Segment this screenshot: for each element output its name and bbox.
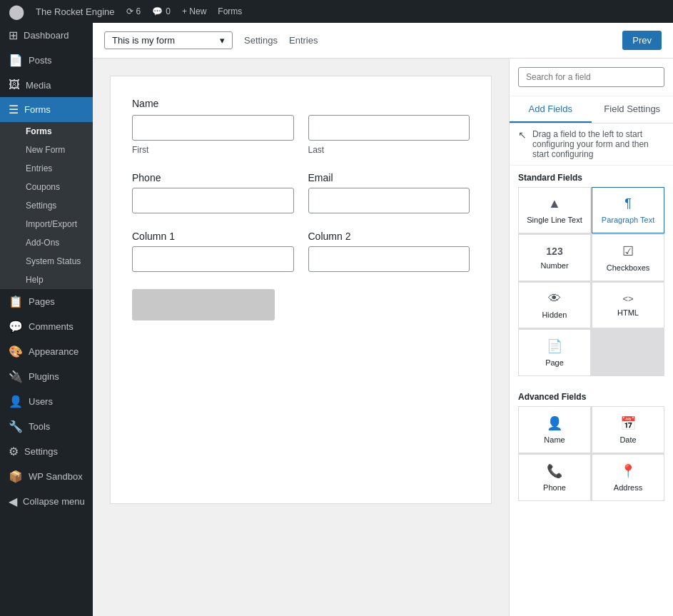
chevron-down-icon: ▾ <box>220 35 225 46</box>
field-tile-name[interactable]: 👤 Name <box>518 406 591 453</box>
field-tile-html[interactable]: <> HTML <box>592 282 664 328</box>
col1-input[interactable] <box>132 246 294 272</box>
col1-label: Column 1 <box>132 231 294 242</box>
field-tile-address[interactable]: 📍 Address <box>592 454 664 501</box>
first-name-field: First <box>132 115 294 155</box>
media-icon: 🖼 <box>9 79 20 91</box>
drag-hint-text: Drag a field to the left to start config… <box>532 129 664 159</box>
field-tile-label: Hidden <box>542 310 567 319</box>
forms-link[interactable]: Forms <box>218 6 242 16</box>
sidebar-item-label: Dashboard <box>24 30 69 41</box>
sidebar-item-forms[interactable]: ☰ Forms <box>0 97 93 122</box>
first-name-input[interactable] <box>132 115 294 141</box>
field-tile-label: Paragraph Text <box>602 216 654 224</box>
submenu-coupons[interactable]: Coupons <box>17 178 93 196</box>
tools-icon: 🔧 <box>9 420 23 433</box>
comments-icon: 💬 <box>152 6 163 16</box>
last-name-field: Last <box>308 115 470 155</box>
tab-field-settings[interactable]: Field Settings <box>592 96 674 123</box>
preview-button[interactable]: Prev <box>622 31 662 50</box>
field-tile-phone[interactable]: 📞 Phone <box>518 454 591 501</box>
sidebar-item-comments[interactable]: 💬 Comments <box>0 314 93 339</box>
col2-input[interactable] <box>308 246 470 272</box>
submenu-help[interactable]: Help <box>17 271 93 289</box>
name-section-label: Name <box>132 98 470 109</box>
wp-logo[interactable]: ⬤ <box>9 3 24 20</box>
tab-add-fields[interactable]: Add Fields <box>510 96 592 123</box>
dashboard-icon: ⊞ <box>9 29 18 42</box>
page-icon: 📄 <box>547 338 562 354</box>
submenu-system-status[interactable]: System Status <box>17 252 93 271</box>
sidebar-item-settings[interactable]: ⚙ Settings <box>0 439 93 464</box>
submit-button[interactable] <box>132 289 275 320</box>
sidebar-item-users[interactable]: 👤 Users <box>0 389 93 414</box>
field-tile-date[interactable]: 📅 Date <box>592 406 664 453</box>
form-selector[interactable]: This is my form ▾ <box>104 31 233 49</box>
entries-tab[interactable]: Entries <box>289 32 318 49</box>
submenu-import-export[interactable]: Import/Export <box>17 215 93 233</box>
new-button[interactable]: + New <box>182 6 206 16</box>
sidebar-item-collapse[interactable]: ◀ Collapse menu <box>0 489 93 514</box>
single-line-icon: ▲ <box>548 196 561 211</box>
submenu-forms[interactable]: Forms <box>17 122 93 141</box>
col2-label: Column 2 <box>308 231 470 242</box>
site-name[interactable]: The Rocket Engine <box>36 6 115 17</box>
address-icon: 📍 <box>620 463 636 479</box>
sidebar: ⊞ Dashboard 📄 Posts 🖼 Media ☰ Forms Form… <box>0 23 93 616</box>
email-input[interactable] <box>308 188 470 213</box>
advanced-fields-grid: 👤 Name 📅 Date 📞 Phone 📍 Address <box>518 406 664 501</box>
forms-submenu: Forms New Form Entries Coupons Settings … <box>0 122 93 289</box>
settings-icon: ⚙ <box>9 445 19 458</box>
sidebar-item-wp-sandbox[interactable]: 📦 WP Sandbox <box>0 464 93 489</box>
appearance-icon: 🎨 <box>9 345 23 358</box>
name-row: First Last <box>132 115 470 155</box>
sidebar-item-pages[interactable]: 📋 Pages <box>0 289 93 314</box>
field-tile-single-line[interactable]: ▲ Single Line Text <box>518 187 591 233</box>
settings-tab[interactable]: Settings <box>244 32 278 49</box>
sidebar-item-label: Settings <box>24 446 58 457</box>
field-tile-label: Address <box>614 483 642 492</box>
sidebar-item-label: Forms <box>24 104 51 115</box>
field-tile-page[interactable]: 📄 Page <box>518 329 591 376</box>
submenu-settings[interactable]: Settings <box>17 196 93 215</box>
contact-row: Phone Email <box>132 172 470 213</box>
updates-count[interactable]: ⟳ 6 <box>126 6 141 16</box>
checkboxes-icon: ☑ <box>622 243 634 259</box>
field-tile-label: Date <box>619 435 636 444</box>
last-name-sublabel: Last <box>308 145 470 155</box>
posts-icon: 📄 <box>9 54 23 67</box>
updates-icon: ⟳ <box>126 6 133 16</box>
standard-fields-grid: ▲ Single Line Text ¶ Paragraph Text 123 … <box>518 187 664 376</box>
sidebar-item-label: Pages <box>29 296 55 307</box>
sidebar-item-plugins[interactable]: 🔌 Plugins <box>0 364 93 389</box>
field-tile-checkboxes[interactable]: ☑ Checkboxes <box>592 234 664 281</box>
submenu-new-form[interactable]: New Form <box>17 141 93 159</box>
sidebar-item-label: WP Sandbox <box>29 471 83 482</box>
comments-count[interactable]: 💬 0 <box>152 6 171 16</box>
plugins-icon: 🔌 <box>9 370 23 383</box>
field-search-input[interactable] <box>518 67 664 87</box>
form-body: Name First Last <box>93 59 673 616</box>
phone-label: Phone <box>132 172 294 183</box>
name-field-icon: 👤 <box>547 415 562 431</box>
field-search-container <box>510 59 673 96</box>
sidebar-item-posts[interactable]: 📄 Posts <box>0 48 93 73</box>
field-tile-paragraph[interactable]: ¶ Paragraph Text <box>592 187 664 233</box>
submenu-add-ons[interactable]: Add-Ons <box>17 233 93 252</box>
number-icon: 123 <box>546 246 562 257</box>
last-name-input[interactable] <box>308 115 470 141</box>
phone-input[interactable] <box>132 188 294 213</box>
field-tile-number[interactable]: 123 Number <box>518 234 591 281</box>
email-field: Email <box>308 172 470 213</box>
sidebar-item-dashboard[interactable]: ⊞ Dashboard <box>0 23 93 48</box>
submenu-entries[interactable]: Entries <box>17 159 93 178</box>
sidebar-item-media[interactable]: 🖼 Media <box>0 73 93 97</box>
field-tile-label: Page <box>545 358 564 367</box>
advanced-fields-title: Advanced Fields <box>510 385 673 406</box>
columns-row: Column 1 Column 2 <box>132 231 470 272</box>
sidebar-item-tools[interactable]: 🔧 Tools <box>0 414 93 439</box>
sidebar-item-label: Media <box>26 80 51 91</box>
sidebar-item-appearance[interactable]: 🎨 Appearance <box>0 339 93 364</box>
field-tile-hidden[interactable]: 👁 Hidden <box>518 282 591 328</box>
right-panel-tabs: Add Fields Field Settings <box>510 96 673 123</box>
